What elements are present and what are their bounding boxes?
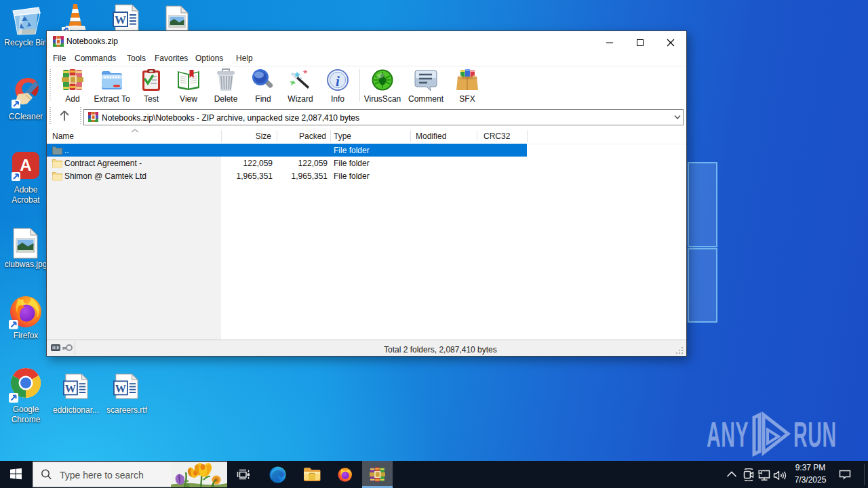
svg-text:W: W bbox=[65, 383, 76, 394]
svg-text:i: i bbox=[336, 73, 340, 89]
svg-text:W: W bbox=[115, 383, 126, 394]
svg-text:A: A bbox=[20, 156, 31, 174]
svg-text:W: W bbox=[115, 14, 126, 26]
